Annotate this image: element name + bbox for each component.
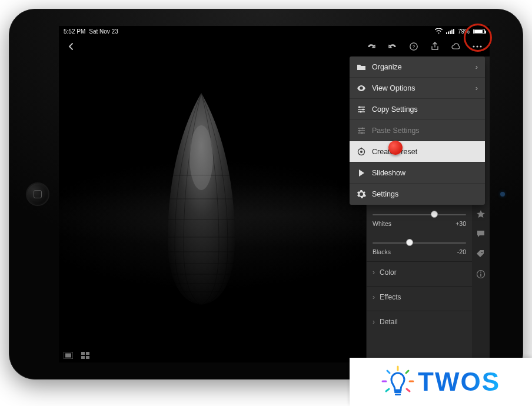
cloud-sync-icon[interactable]: [450, 40, 463, 53]
info-icon[interactable]: [476, 269, 486, 279]
section-effects[interactable]: › Effects: [367, 286, 472, 307]
back-button[interactable]: [65, 40, 78, 53]
status-date: Sat Nov 23: [89, 28, 118, 35]
play-icon: [357, 168, 366, 178]
paste-sliders-icon: [357, 126, 366, 135]
slider-label: Whites: [373, 220, 391, 227]
folder-icon: [357, 62, 366, 72]
star-icon[interactable]: [476, 209, 486, 219]
svg-line-49: [407, 389, 410, 391]
svg-line-47: [387, 371, 390, 373]
svg-rect-40: [81, 352, 85, 355]
comment-icon[interactable]: [476, 229, 486, 239]
menu-paste-settings: Paste Settings: [350, 120, 485, 141]
chevron-right-icon: ›: [373, 293, 375, 301]
svg-rect-2: [450, 31, 451, 34]
filmstrip-icon[interactable]: [64, 352, 73, 359]
lightbulb-icon: [381, 365, 414, 398]
svg-rect-39: [65, 354, 71, 358]
svg-point-28: [360, 111, 361, 112]
svg-line-50: [386, 389, 389, 391]
front-camera: [500, 192, 505, 197]
battery-icon: [473, 29, 485, 34]
slider-blacks[interactable]: Blacks -20: [373, 240, 466, 258]
menu-settings[interactable]: Settings: [350, 184, 485, 205]
svg-point-8: [476, 45, 478, 47]
chevron-right-icon: ›: [476, 63, 478, 71]
section-label: Effects: [380, 293, 401, 301]
twos-text: TWOS: [418, 367, 500, 397]
chevron-right-icon: ›: [373, 268, 375, 277]
chevron-right-icon: ›: [476, 84, 478, 92]
status-bar: 5:52 PM Sat Nov 23 79%: [59, 26, 490, 36]
section-color[interactable]: › Color: [367, 261, 472, 282]
menu-label: Copy Settings: [372, 105, 418, 114]
share-icon[interactable]: [428, 40, 441, 53]
content-area: 0 Whites +30 Blacks -20 › Color: [59, 56, 490, 362]
preset-icon: [357, 147, 366, 157]
svg-rect-37: [361, 147, 361, 149]
svg-point-33: [358, 129, 360, 131]
menu-label: Paste Settings: [372, 127, 420, 135]
svg-point-32: [361, 127, 363, 129]
svg-rect-3: [451, 29, 453, 34]
section-detail[interactable]: › Detail: [367, 311, 472, 332]
ipad-device-frame: 5:52 PM Sat Nov 23 79%: [9, 9, 523, 380]
svg-point-34: [361, 132, 363, 134]
svg-point-9: [480, 45, 481, 47]
svg-rect-41: [86, 352, 89, 355]
svg-rect-52: [395, 394, 401, 395]
section-label: Detail: [380, 318, 398, 326]
svg-point-22: [480, 272, 481, 273]
slider-value: -20: [457, 248, 466, 255]
redo-icon[interactable]: [365, 40, 378, 53]
more-menu-popover: Organize › View Options › Copy Settings: [350, 56, 485, 205]
svg-text:?: ?: [413, 44, 415, 49]
annotation-red-dot: [388, 141, 403, 155]
menu-label: Slideshow: [372, 169, 405, 177]
screen: 5:52 PM Sat Nov 23 79%: [59, 26, 490, 362]
menu-create-preset[interactable]: Create Preset: [350, 141, 485, 162]
help-icon[interactable]: ?: [407, 40, 420, 53]
svg-point-19: [189, 125, 213, 190]
home-button[interactable]: [26, 182, 49, 206]
chevron-right-icon: ›: [373, 318, 375, 326]
cell-signal-icon: [446, 29, 454, 34]
eye-icon: [357, 84, 366, 93]
menu-label: Settings: [372, 190, 398, 198]
svg-rect-43: [86, 356, 89, 359]
menu-organize[interactable]: Organize ›: [350, 56, 485, 78]
svg-rect-4: [453, 29, 454, 34]
menu-label: View Options: [372, 84, 415, 92]
menu-view-options[interactable]: View Options ›: [350, 78, 485, 99]
svg-rect-42: [81, 356, 85, 359]
slider-label: Blacks: [373, 248, 391, 255]
bottom-left-icons: [64, 352, 89, 359]
battery-percentage: 79%: [458, 28, 470, 35]
twos-watermark: TWOS: [350, 358, 532, 406]
gear-icon: [357, 189, 366, 199]
svg-rect-51: [394, 391, 401, 393]
svg-point-7: [473, 45, 474, 47]
svg-rect-21: [480, 274, 481, 277]
undo-icon[interactable]: [386, 40, 399, 53]
section-label: Color: [380, 268, 397, 277]
grid-icon[interactable]: [81, 352, 89, 359]
tag-icon[interactable]: [476, 249, 486, 259]
svg-point-27: [362, 108, 364, 110]
svg-rect-1: [448, 31, 449, 34]
menu-slideshow[interactable]: Slideshow: [350, 162, 485, 184]
svg-point-26: [358, 106, 360, 108]
status-time: 5:52 PM: [64, 28, 85, 35]
copy-sliders-icon: [357, 105, 366, 114]
menu-copy-settings[interactable]: Copy Settings: [350, 99, 485, 120]
svg-line-45: [406, 371, 408, 373]
wifi-icon: [435, 28, 443, 34]
slider-whites[interactable]: Whites +30: [373, 212, 466, 229]
svg-point-36: [360, 151, 363, 153]
slider-value: +30: [455, 220, 466, 227]
svg-rect-0: [446, 32, 447, 34]
photo-subject: [157, 93, 245, 305]
more-menu-button[interactable]: [471, 40, 484, 53]
menu-label: Organize: [372, 63, 402, 71]
